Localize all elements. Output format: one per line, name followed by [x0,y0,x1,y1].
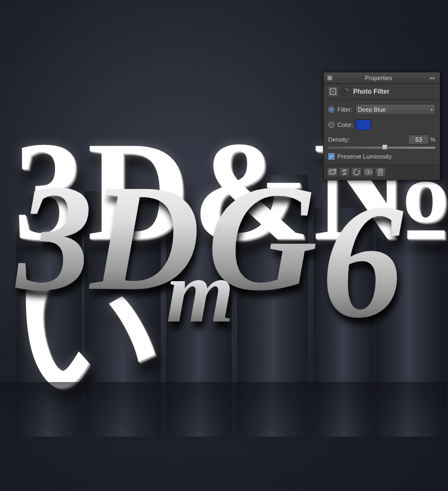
color-radio[interactable] [328,122,335,128]
svg-line-13 [344,172,346,173]
dropdown-arrow-icon: ▾ [431,107,433,112]
density-slider-track[interactable] [328,147,435,149]
svg-text:m: m [166,244,234,341]
reset-button[interactable] [351,167,362,177]
filter-label: Filter: [337,106,353,113]
density-slider-thumb[interactable] [382,144,388,150]
panel-footer [324,164,440,180]
filter-value: Deep Blue [358,106,386,113]
panel-body: Filter: Deep Blue ▾ Color: Density: 53 % [324,100,440,164]
color-row: Color: [328,119,435,130]
visibility-button[interactable] [363,167,374,177]
preserve-luminosity-row: ✓ Preserve Luminosity [328,153,435,160]
svg-point-16 [367,171,370,173]
density-value[interactable]: 53 [408,135,429,144]
filter-radio[interactable] [328,106,335,113]
panel-section-header: Photo Filter [324,84,440,100]
layer-mask-icon[interactable] [328,87,338,96]
density-row: Density: 53 % [328,135,435,144]
filter-row: Filter: Deep Blue ▾ [328,104,435,115]
delete-button[interactable] [375,167,386,177]
preserve-luminosity-checkbox[interactable]: ✓ [328,153,335,160]
properties-panel: × Properties ▸▸ Photo Filter Filter [323,72,440,180]
panel-title: Properties [327,75,430,81]
adjustment-icon[interactable] [341,87,350,96]
section-title: Photo Filter [353,88,390,95]
panel-collapse-button[interactable]: ▸▸ [430,75,437,81]
density-unit: % [430,136,435,143]
svg-marker-14 [358,170,360,172]
density-label: Density: [328,136,355,143]
add-layer-button[interactable] [327,167,338,177]
svg-text:6: 6 [322,171,403,351]
filter-dropdown[interactable]: Deep Blue ▾ [355,104,436,115]
color-label: Color: [337,122,353,128]
link-button[interactable] [339,167,350,177]
footer-buttons [327,167,386,177]
color-swatch[interactable] [356,119,371,130]
checkmark-icon: ✓ [329,154,334,159]
panel-titlebar: × Properties ▸▸ [324,72,440,84]
floor-shadow [0,382,447,447]
svg-point-7 [332,90,334,93]
preserve-luminosity-label: Preserve Luminosity [337,153,392,160]
svg-text:3: 3 [14,153,93,322]
